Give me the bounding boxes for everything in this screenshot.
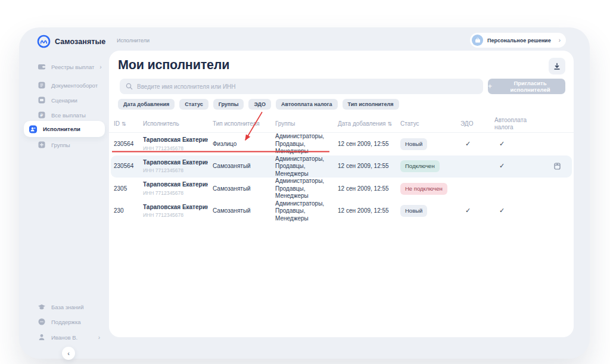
executor-inn: ИНН 7712345678: [143, 145, 208, 152]
cell-status: Новый: [400, 138, 460, 150]
cell-groups: Администраторы, Продавцы, Менеджеры: [275, 133, 338, 155]
sidebar-item-label: Реестры выплат: [51, 64, 94, 70]
filter-chip-data-dobavleniya[interactable]: Дата добавления: [118, 99, 175, 110]
sort-icon[interactable]: ⇅: [387, 121, 392, 127]
cell-date: 12 сен 2009, 12:55: [338, 185, 400, 193]
cell-executor: Тараповская Екатерина... ИНН 7712345678: [143, 159, 213, 174]
executor-inn: ИНН 7712345678: [143, 167, 208, 174]
cell-groups: Администраторы, Продавцы, Менеджеры: [275, 178, 338, 200]
cell-executor: Тараповская Екатерина... ИНН 7712345678: [143, 181, 213, 196]
cell-executor: Тараповская Екатерина... ИНН 7712345678: [143, 204, 213, 219]
cell-id: 2305: [114, 185, 143, 193]
status-badge: Не подключен: [400, 183, 447, 195]
executor-name: Тараповская Екатерина...: [143, 159, 208, 167]
cell-date: 12 сен 2009, 12:55: [338, 163, 400, 170]
executor-inn: ИНН 7712345678: [143, 190, 208, 197]
status-badge: Новый: [400, 138, 427, 150]
table-row[interactable]: 230564 Тараповская Екатерина... ИНН 7712…: [111, 155, 572, 178]
cell-type: Самозанятый: [213, 207, 275, 215]
filter-chip-gruppy[interactable]: Группы: [213, 99, 244, 110]
invite-executors-button[interactable]: + Пригласить исполнителей: [488, 79, 565, 94]
brand-logo: Самозанятые: [37, 35, 105, 48]
cell-groups: Администраторы, Продавцы, Менеджеры: [275, 155, 338, 178]
table-row[interactable]: 230 Тараповская Екатерина... ИНН 7712345…: [109, 200, 574, 223]
cell-status: Новый: [400, 205, 460, 217]
sidebar-item-user-ivanov[interactable]: Иванов В. ›: [30, 330, 102, 344]
filter-chip-tip-ispolnitelya[interactable]: Тип исполнителя: [343, 99, 399, 110]
scenario-icon: [37, 96, 46, 105]
brand-logo-icon: [37, 35, 51, 48]
sidebar-collapse-button[interactable]: ‹: [62, 347, 75, 360]
sidebar-item-label: Сценарии: [51, 97, 77, 104]
personal-solution-button[interactable]: Персональное решение ›: [470, 33, 566, 48]
app-page: Самозанятые Исполнители Персональное реш…: [0, 0, 610, 364]
executor-inn: ИНН 7712345678: [143, 212, 208, 219]
sidebar-item-ispolniteli[interactable]: Исполнители: [24, 121, 105, 137]
status-badge: Новый: [400, 205, 427, 217]
sidebar-item-reestry-vyplat[interactable]: Реестры выплат ›: [30, 60, 102, 74]
sidebar-item-gruppy[interactable]: Группы: [30, 138, 102, 152]
table-row[interactable]: 2305 Тараповская Екатерина... ИНН 771234…: [109, 178, 574, 200]
sidebar-item-label: Документооборот: [51, 82, 98, 89]
sidebar-item-label: Исполнители: [43, 126, 80, 132]
sidebar-item-baza-znaniy[interactable]: База знаний: [30, 300, 102, 314]
column-header-ispolnitel: Исполнитель: [143, 120, 213, 127]
filter-chips: Дата добавления Статус Группы ЭДО Автооп…: [118, 99, 399, 110]
table-header-row: ID⇅ Исполнитель Тип исполнителя Группы Д…: [109, 115, 574, 133]
cell-date: 12 сен 2009, 12:55: [338, 207, 400, 215]
filter-chip-status[interactable]: Статус: [179, 99, 208, 110]
cell-status: Не подключен: [400, 183, 460, 195]
cell-type: Самозанятый: [213, 185, 275, 193]
sidebar-item-label: Иванов В.: [51, 334, 77, 341]
archive-icon[interactable]: [552, 161, 562, 171]
cell-type: Самозанятый: [213, 163, 275, 170]
sidebar-item-podderzhka[interactable]: Поддержка: [30, 315, 102, 329]
page-title: Мои исполнители: [118, 58, 229, 73]
sidebar-item-label: Поддержка: [51, 319, 81, 325]
sidebar-item-scenarii[interactable]: Сценарии: [30, 93, 102, 107]
personal-solution-label: Персональное решение: [487, 38, 551, 43]
download-button[interactable]: [549, 58, 565, 74]
app-canvas: Самозанятые Исполнители Персональное реш…: [19, 27, 590, 359]
search-icon: [126, 83, 133, 90]
groups-icon: [37, 141, 46, 150]
cell-type: Физлицо: [213, 141, 275, 148]
cell-executor: Тараповская Екатерина... ИНН 7712345678: [143, 136, 213, 151]
executor-name: Тараповская Екатерина...: [143, 181, 208, 189]
cell-date: 12 сен 2009, 12:55: [338, 141, 400, 148]
search-bar: [120, 79, 483, 94]
sidebar-item-dokumentooborot[interactable]: Документооборот: [30, 78, 102, 92]
document-icon: [37, 81, 46, 90]
filter-chip-avtooplata[interactable]: Автооплата налога: [276, 99, 338, 110]
edo-checkmark: ✓: [460, 140, 494, 148]
autopay-checkmark: ✓: [494, 207, 549, 215]
column-header-tip: Тип исполнителя: [213, 120, 275, 127]
briefcase-icon: [472, 35, 483, 46]
user-icon: [37, 333, 46, 342]
brand-name: Самозанятые: [55, 38, 105, 46]
filter-chip-edo[interactable]: ЭДО: [248, 99, 271, 110]
wallet-icon: [37, 63, 46, 71]
svg-text:₽: ₽: [40, 113, 43, 118]
chevron-right-icon: ›: [559, 37, 561, 43]
sidebar-item-vse-vyplaty[interactable]: ₽ Все выплаты: [30, 108, 102, 122]
chevron-left-icon: ‹: [67, 350, 70, 357]
sort-icon[interactable]: ⇅: [122, 121, 126, 127]
breadcrumb: Исполнители: [117, 38, 150, 43]
column-header-gruppy: Группы: [275, 120, 338, 127]
status-badge: Подключен: [400, 160, 440, 172]
autopay-checkmark: ✓: [494, 140, 549, 148]
table-row[interactable]: 230564 Тараповская Екатерина... ИНН 7712…: [109, 133, 574, 155]
executor-name: Тараповская Екатерина...: [143, 204, 208, 211]
column-header-avtooplata: Автооплата налога: [494, 117, 549, 130]
search-input[interactable]: [137, 83, 477, 90]
payments-icon: ₽: [37, 111, 46, 120]
cell-id: 230: [114, 207, 143, 215]
sidebar: Реестры выплат › Документооборот Сценари…: [19, 55, 110, 359]
sidebar-item-label: База знаний: [51, 304, 83, 310]
autopay-checkmark: ✓: [494, 162, 549, 170]
edo-checkmark: ✓: [460, 207, 494, 215]
cell-status: Подключен: [400, 160, 460, 172]
cell-groups: Администраторы, Продавцы, Менеджеры: [275, 200, 338, 223]
cell-id: 230564: [114, 141, 143, 148]
